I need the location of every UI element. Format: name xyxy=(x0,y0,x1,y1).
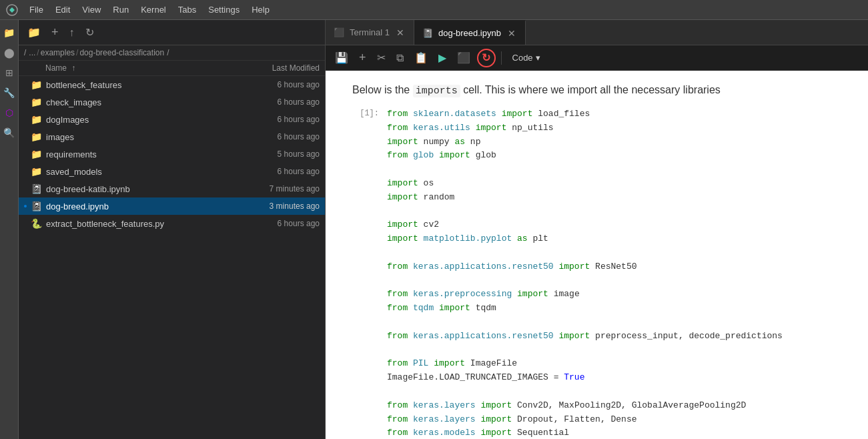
file-name: requirements xyxy=(46,149,274,159)
menu-bar: File Edit View Run Kernel Tabs Settings … xyxy=(0,0,868,20)
file-item[interactable]: 📁 images 6 hours ago xyxy=(19,128,325,145)
file-modified-time: 7 minutes ago xyxy=(270,184,320,193)
file-item[interactable]: 📓 dog-breed-katib.ipynb 7 minutes ago xyxy=(19,180,325,197)
imports-code: imports xyxy=(413,85,460,97)
file-item[interactable]: 🐍 extract_bottleneck_features.py 6 hours… xyxy=(19,215,325,232)
add-cell-button[interactable]: + xyxy=(355,49,370,67)
app-logo xyxy=(5,3,19,17)
menu-settings[interactable]: Settings xyxy=(203,3,245,17)
file-item[interactable]: 📁 dogImages 6 hours ago xyxy=(19,111,325,128)
code-token: from xyxy=(387,150,413,160)
menu-help[interactable]: Help xyxy=(246,3,275,17)
breadcrumb-ellipsis[interactable]: ... xyxy=(29,48,35,57)
code-token: Dropout, Flatten, Dense xyxy=(517,414,636,424)
paste-button[interactable]: 📋 xyxy=(410,49,432,66)
code-token: Conv2D, MaxPooling2D, GlobalAveragePooli… xyxy=(517,400,746,410)
refresh-button[interactable]: ↻ xyxy=(82,24,97,41)
tab-terminal-label: Terminal 1 xyxy=(350,27,390,37)
breadcrumb-examples[interactable]: examples xyxy=(41,48,75,57)
file-name: bottleneck_features xyxy=(46,80,274,90)
menu-file[interactable]: File xyxy=(24,3,49,17)
run-button[interactable]: ▶ xyxy=(434,49,450,66)
menu-edit[interactable]: Edit xyxy=(50,3,75,17)
upload-button[interactable]: ↑ xyxy=(66,25,78,41)
code-cell-1[interactable]: [1]: from sklearn.datasets import load_f… xyxy=(352,107,841,439)
notebook-area: ⬛ Terminal 1 ✕ 📓 dog-breed.ipynb ✕ 💾 + ✂… xyxy=(326,20,868,439)
file-list-header: Name ↑ Last Modified xyxy=(19,61,325,76)
tab-notebook-close[interactable]: ✕ xyxy=(506,28,517,39)
file-item[interactable]: 📓 dog-breed.ipynb 3 minutes ago xyxy=(19,197,325,215)
code-token: from xyxy=(387,428,413,438)
file-item[interactable]: 📁 bottleneck_features 6 hours ago xyxy=(19,76,325,93)
restart-button[interactable]: ↻ xyxy=(477,49,496,67)
sidebar-files-icon[interactable]: 📁 xyxy=(2,25,17,40)
sidebar-running-icon[interactable]: ⬤ xyxy=(2,45,17,60)
sidebar-commands-icon[interactable]: ⊞ xyxy=(2,65,17,80)
file-type-icon: 📁 xyxy=(31,166,42,177)
tab-terminal[interactable]: ⬛ Terminal 1 ✕ xyxy=(326,20,414,45)
code-token: import xyxy=(554,331,595,341)
breadcrumb-root[interactable]: / xyxy=(24,48,26,57)
code-token: keras.models xyxy=(413,428,476,438)
stop-button[interactable]: ⬛ xyxy=(453,49,474,66)
code-token: import xyxy=(496,109,538,119)
tab-terminal-close[interactable]: ✕ xyxy=(395,27,406,38)
code-token: as xyxy=(512,234,532,244)
code-token: from xyxy=(387,289,413,299)
code-token: keras.applications.resnet50 xyxy=(413,262,554,272)
code-token: keras.layers xyxy=(413,414,476,424)
code-token: keras.preprocessing xyxy=(413,289,512,299)
menu-tabs[interactable]: Tabs xyxy=(173,3,201,17)
cell-body[interactable]: from sklearn.datasets import load_files … xyxy=(387,107,841,439)
terminal-icon: ⬛ xyxy=(334,27,344,37)
code-token: import xyxy=(387,192,424,202)
header-modified[interactable]: Last Modified xyxy=(272,63,320,73)
menu-kernel[interactable]: Kernel xyxy=(135,3,171,17)
new-file-button[interactable]: + xyxy=(48,23,62,41)
file-type-icon: 📁 xyxy=(31,131,42,142)
file-name: extract_bottleneck_features.py xyxy=(46,219,274,229)
code-token: from xyxy=(387,262,413,272)
file-name: dog-breed.ipynb xyxy=(46,201,266,211)
tab-notebook[interactable]: 📓 dog-breed.ipynb ✕ xyxy=(414,20,526,45)
code-token: sklearn.datasets xyxy=(413,109,496,119)
file-item[interactable]: 📁 saved_models 6 hours ago xyxy=(19,163,325,180)
file-type-icon: 📁 xyxy=(31,97,42,107)
file-panel-toolbar: 📁 + ↑ ↻ xyxy=(19,20,325,45)
icon-sidebar: 📁 ⬤ ⊞ 🔧 ⬡ 🔍 xyxy=(0,20,19,439)
code-token: . xyxy=(434,372,439,382)
menu-view[interactable]: View xyxy=(77,3,106,17)
sidebar-propertyinspector-icon[interactable]: 🔍 xyxy=(2,125,17,140)
file-panel: 📁 + ↑ ↻ / ... / examples / dog-breed-cla… xyxy=(19,20,326,439)
file-modified-time: 6 hours ago xyxy=(278,132,320,141)
cut-button[interactable]: ✂ xyxy=(373,49,390,66)
file-modified-time: 5 hours ago xyxy=(278,149,320,159)
breadcrumb-project[interactable]: dog-breed-classification xyxy=(79,48,164,57)
code-token: import xyxy=(554,262,595,272)
header-name[interactable]: Name ↑ xyxy=(45,63,75,73)
file-name: images xyxy=(46,132,274,142)
code-token: from xyxy=(387,414,413,424)
save-button[interactable]: 💾 xyxy=(331,49,352,66)
menu-run[interactable]: Run xyxy=(107,3,134,17)
file-item[interactable]: 📁 check_images 6 hours ago xyxy=(19,93,325,111)
code-token: np xyxy=(470,137,481,147)
new-folder-button[interactable]: 📁 xyxy=(24,24,44,41)
code-token: from xyxy=(387,303,413,313)
code-token: = xyxy=(548,372,564,382)
file-item[interactable]: 📁 requirements 5 hours ago xyxy=(19,145,325,163)
copy-button[interactable]: ⧉ xyxy=(392,50,408,66)
code-token: True xyxy=(564,372,584,382)
sidebar-palette-icon[interactable]: ⬡ xyxy=(2,105,17,120)
file-type-icon: 🐍 xyxy=(31,218,42,229)
code-token: matplotlib.pyplot xyxy=(424,234,512,244)
code-token: ImageFile xyxy=(470,358,517,368)
code-token: import xyxy=(512,289,553,299)
sidebar-extensions-icon[interactable]: 🔧 xyxy=(2,85,17,100)
code-token: preprocess_input, decode_predictions xyxy=(595,331,783,341)
file-name: dog-breed-katib.ipynb xyxy=(46,184,266,194)
code-token: import xyxy=(387,137,424,147)
file-modified-time: 6 hours ago xyxy=(278,167,320,176)
cell-type-selector[interactable]: Code ▾ xyxy=(507,51,546,65)
code-token: import xyxy=(428,358,470,368)
